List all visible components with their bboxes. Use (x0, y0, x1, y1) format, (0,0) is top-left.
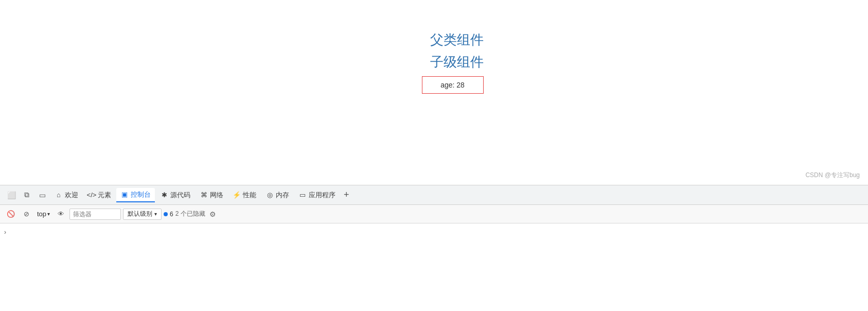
devtools-panel: ⬜ ⧉ ▭ ⌂ 欢迎 </> 元素 ▣ 控制台 ✱ 源代码 ⌘ 网络 ⚡ (0, 185, 868, 311)
sources-icon: ✱ (160, 191, 168, 199)
no-issues-button[interactable]: ⊘ (20, 208, 33, 221)
chevron-down-icon: ▾ (47, 211, 50, 217)
application-icon: ▭ (298, 191, 307, 199)
welcome-icon: ⌂ (55, 191, 63, 199)
elements-icon: </> (87, 191, 96, 199)
child-component-label: 子级组件 (430, 53, 484, 71)
console-prompt-row: › (0, 226, 868, 239)
issue-count: 6 (170, 211, 173, 218)
tab-console[interactable]: ▣ 控制台 (116, 188, 155, 202)
log-level-button[interactable]: 默认级别 ▾ (123, 209, 162, 220)
tab-sources[interactable]: ✱ 源代码 (156, 188, 194, 202)
eye-icon: 👁 (58, 210, 64, 218)
hidden-count: 2 个已隐藏 (175, 210, 205, 218)
issue-badge (164, 212, 168, 216)
tab-welcome[interactable]: ⌂ 欢迎 (50, 188, 82, 202)
parent-component-label: 父类组件 (430, 31, 484, 49)
device-toggle-button[interactable]: ⧉ (20, 188, 34, 202)
watermark: CSDN @专注写bug (805, 171, 860, 180)
device-icon: ⧉ (24, 191, 29, 199)
age-text: age: 28 (440, 81, 465, 89)
inspect-icon: ⬜ (7, 191, 16, 199)
devtools-toolbar: ⬜ ⧉ ▭ ⌂ 欢迎 </> 元素 ▣ 控制台 ✱ 源代码 ⌘ 网络 ⚡ (0, 185, 868, 205)
no-issues-icon: ⊘ (24, 210, 29, 218)
tab-console-label: 控制台 (131, 190, 151, 199)
console-chevron-icon[interactable]: › (4, 229, 6, 236)
tab-network[interactable]: ⌘ 网络 (196, 188, 227, 202)
page-content: 父类组件 子级组件 age: 28 (422, 31, 484, 94)
browser-content: 父类组件 子级组件 age: 28 CSDN @专注写bug (0, 0, 868, 185)
filter-input[interactable] (69, 209, 121, 220)
console-toolbar: 🚫 ⊘ top ▾ 👁 默认级别 ▾ 6 2 个已隐藏 ⚙ (0, 205, 868, 223)
performance-icon: ⚡ (233, 191, 241, 199)
top-label: top (37, 210, 46, 218)
tab-application-label: 应用程序 (309, 191, 335, 200)
tab-elements-label: 元素 (98, 191, 111, 200)
context-selector[interactable]: top ▾ (35, 209, 52, 219)
tab-memory[interactable]: ◎ 内存 (261, 188, 293, 202)
tab-sources-label: 源代码 (170, 191, 190, 200)
console-icon: ▣ (120, 191, 129, 199)
inspect-toggle-button[interactable]: ⬜ (4, 188, 19, 202)
settings-button[interactable]: ⚙ (207, 209, 219, 220)
tab-network-label: 网络 (210, 191, 223, 200)
tab-application[interactable]: ▭ 应用程序 (294, 188, 340, 202)
add-tab-button[interactable]: + (341, 189, 352, 200)
clear-console-button[interactable]: 🚫 (4, 208, 17, 221)
sidebar-toggle-button[interactable]: ▭ (35, 188, 49, 202)
tab-elements[interactable]: </> 元素 (83, 188, 115, 202)
memory-icon: ◎ (265, 191, 274, 199)
eye-toggle-button[interactable]: 👁 (54, 208, 67, 221)
sidebar-icon: ▭ (39, 191, 46, 199)
console-content: › (0, 223, 868, 311)
tab-memory-label: 内存 (276, 191, 289, 200)
age-box: age: 28 (422, 76, 484, 94)
network-icon: ⌘ (200, 191, 208, 199)
clear-icon: 🚫 (7, 210, 15, 218)
default-level-label: 默认级别 (128, 210, 152, 218)
tab-performance[interactable]: ⚡ 性能 (228, 188, 260, 202)
tab-performance-label: 性能 (243, 191, 256, 200)
level-chevron-icon: ▾ (154, 211, 157, 217)
tab-welcome-label: 欢迎 (65, 191, 78, 200)
